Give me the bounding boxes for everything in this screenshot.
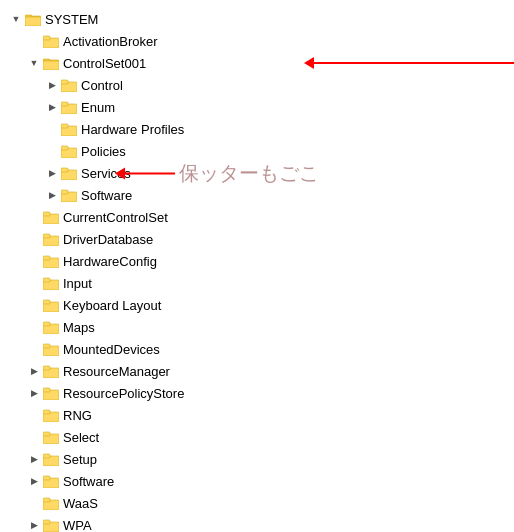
- tree-item-services[interactable]: Services 保ッターもごこ: [0, 162, 514, 184]
- svg-rect-7: [43, 61, 59, 70]
- tree-item-resourcemanager[interactable]: ResourceManager: [0, 360, 514, 382]
- folder-icon: [42, 341, 60, 357]
- tree-item-select[interactable]: Select: [0, 426, 514, 448]
- tree-item-control[interactable]: Control: [0, 74, 514, 96]
- svg-rect-43: [43, 454, 50, 458]
- svg-rect-2: [25, 17, 41, 26]
- item-label: HardwareConfig: [63, 254, 157, 269]
- folder-icon: [60, 121, 78, 137]
- tree-item-rng[interactable]: RNG: [0, 404, 514, 426]
- folder-icon: [42, 517, 60, 532]
- chevron-empty: [26, 407, 42, 423]
- svg-rect-15: [61, 146, 68, 150]
- item-label: WaaS: [63, 496, 98, 511]
- chevron-right-icon[interactable]: [44, 99, 60, 115]
- tree-item-hardwareconfig[interactable]: HardwareConfig: [0, 250, 514, 272]
- folder-icon: [42, 495, 60, 511]
- tree-item-driverdatabase[interactable]: DriverDatabase: [0, 228, 514, 250]
- chevron-right-icon[interactable]: [26, 363, 42, 379]
- tree-item-system[interactable]: SYSTEM: [0, 8, 514, 30]
- tree-item-resourcepolicystore[interactable]: ResourcePolicyStore: [0, 382, 514, 404]
- tree-item-software2[interactable]: Software: [0, 184, 514, 206]
- chevron-right-icon[interactable]: [44, 165, 60, 181]
- folder-icon: [42, 55, 60, 71]
- svg-rect-27: [43, 278, 50, 282]
- item-label: ActivationBroker: [63, 34, 158, 49]
- item-label: Input: [63, 276, 92, 291]
- item-label: Setup: [63, 452, 97, 467]
- tree-item-input[interactable]: Input: [0, 272, 514, 294]
- chevron-empty: [26, 429, 42, 445]
- folder-icon: [42, 319, 60, 335]
- item-label: SYSTEM: [45, 12, 98, 27]
- chevron-right-icon[interactable]: [26, 517, 42, 532]
- tree-item-enum[interactable]: Enum: [0, 96, 514, 118]
- chevron-down-icon[interactable]: [26, 55, 42, 71]
- annotation-text: 保ッターもごこ: [179, 160, 319, 187]
- arrow-head-left-icon: [304, 57, 314, 69]
- tree-item-keyboardlayout[interactable]: Keyboard Layout: [0, 294, 514, 316]
- chevron-right-icon[interactable]: [26, 451, 42, 467]
- item-label: Policies: [81, 144, 126, 159]
- chevron-right-icon[interactable]: [26, 473, 42, 489]
- chevron-empty: [26, 297, 42, 313]
- folder-icon: [42, 451, 60, 467]
- folder-icon: [42, 275, 60, 291]
- tree-item-activationbroker[interactable]: ActivationBroker: [0, 30, 514, 52]
- item-label: CurrentControlSet: [63, 210, 168, 225]
- item-label: RNG: [63, 408, 92, 423]
- item-label: WPA: [63, 518, 92, 533]
- folder-icon: [42, 473, 60, 489]
- folder-icon: [42, 253, 60, 269]
- item-label: Enum: [81, 100, 115, 115]
- folder-icon: [42, 231, 60, 247]
- svg-rect-41: [43, 432, 50, 436]
- svg-rect-29: [43, 300, 50, 304]
- folder-icon: [60, 165, 78, 181]
- chevron-right-icon[interactable]: [44, 77, 60, 93]
- folder-icon: [60, 187, 78, 203]
- chevron-empty: [26, 33, 42, 49]
- svg-rect-47: [43, 498, 50, 502]
- item-label: Software: [81, 188, 132, 203]
- folder-icon: [42, 429, 60, 445]
- arrow-line: [125, 172, 175, 174]
- svg-rect-45: [43, 476, 50, 480]
- svg-rect-35: [43, 366, 50, 370]
- svg-rect-4: [43, 36, 50, 40]
- tree-item-policies[interactable]: Policies: [0, 140, 514, 162]
- tree-item-setup[interactable]: Setup: [0, 448, 514, 470]
- tree-item-wpa[interactable]: WPA: [0, 514, 514, 532]
- tree-item-maps[interactable]: Maps: [0, 316, 514, 338]
- chevron-empty: [26, 341, 42, 357]
- folder-icon: [24, 11, 42, 27]
- tree-item-waas[interactable]: WaaS: [0, 492, 514, 514]
- registry-tree: SYSTEM ActivationBroker ControlSet001 Co…: [0, 0, 514, 532]
- item-label: Services: [81, 166, 131, 181]
- tree-item-currentcontrolset[interactable]: CurrentControlSet: [0, 206, 514, 228]
- chevron-empty: [44, 121, 60, 137]
- svg-rect-33: [43, 344, 50, 348]
- chevron-empty: [26, 253, 42, 269]
- chevron-down-icon[interactable]: [8, 11, 24, 27]
- folder-icon: [60, 77, 78, 93]
- folder-icon: [60, 143, 78, 159]
- svg-rect-13: [61, 124, 68, 128]
- chevron-right-icon[interactable]: [44, 187, 60, 203]
- svg-rect-9: [61, 80, 68, 84]
- chevron-empty: [26, 231, 42, 247]
- svg-rect-31: [43, 322, 50, 326]
- chevron-empty: [26, 209, 42, 225]
- item-label: ControlSet001: [63, 56, 146, 71]
- svg-rect-23: [43, 234, 50, 238]
- tree-item-software[interactable]: Software: [0, 470, 514, 492]
- svg-rect-21: [43, 212, 50, 216]
- folder-icon: [42, 297, 60, 313]
- tree-item-controlset001[interactable]: ControlSet001: [0, 52, 514, 74]
- chevron-right-icon[interactable]: [26, 385, 42, 401]
- item-label: Control: [81, 78, 123, 93]
- tree-item-mounteddevices[interactable]: MountedDevices: [0, 338, 514, 360]
- tree-item-hardwareprofiles[interactable]: Hardware Profiles: [0, 118, 514, 140]
- folder-icon: [42, 407, 60, 423]
- item-label: DriverDatabase: [63, 232, 153, 247]
